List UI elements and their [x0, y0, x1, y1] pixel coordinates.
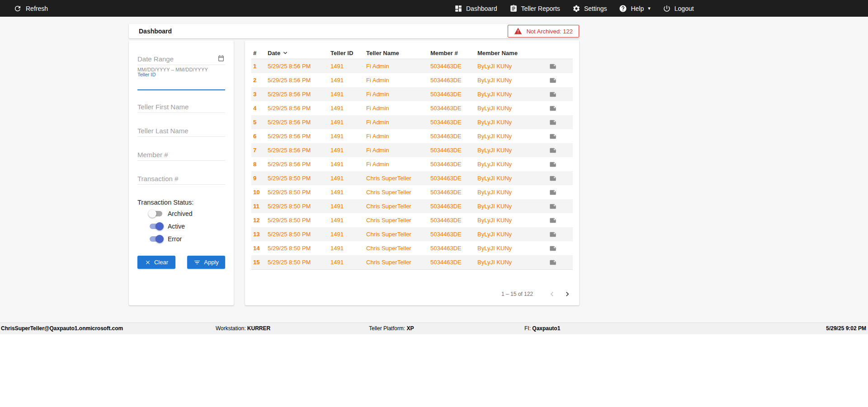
- table-row[interactable]: 15/29/25 8:56 PM1491Fi Admin5034463DEByL…: [251, 59, 573, 73]
- cell-teller-id: 1491: [329, 231, 364, 238]
- filter-panel: MM/DD/YYYY – MM/DD/YYYY Teller ID Transa…: [129, 41, 234, 305]
- table-row[interactable]: 55/29/25 8:56 PM1491Fi Admin5034463DEByL…: [251, 115, 573, 129]
- cell-teller-name: Chris SuperTeller: [364, 217, 429, 224]
- column-header-date[interactable]: Date: [266, 49, 329, 56]
- workstation-info: Workstation: KURRER: [216, 323, 270, 334]
- table-header: # Date Teller ID Teller Name Member # Me…: [251, 47, 573, 59]
- clear-button[interactable]: Clear: [137, 256, 175, 269]
- table-row[interactable]: 125/29/25 8:50 PM1491Chris SuperTeller50…: [251, 213, 573, 227]
- table-row[interactable]: 105/29/25 8:50 PM1491Chris SuperTeller50…: [251, 185, 573, 199]
- cell-teller-name: Fi Admin: [364, 147, 429, 154]
- chevron-right-icon: [563, 290, 572, 299]
- teller-first-name-input[interactable]: [137, 101, 225, 113]
- note-icon[interactable]: [549, 245, 557, 252]
- table-row[interactable]: 135/29/25 8:50 PM1491Chris SuperTeller50…: [251, 227, 573, 241]
- note-icon[interactable]: [549, 231, 557, 238]
- cell-note: [547, 245, 573, 252]
- next-page-button[interactable]: [562, 289, 573, 299]
- cell-member-number: 5034463DE: [429, 161, 476, 168]
- reports-icon: [509, 5, 518, 13]
- cell-teller-name: Chris SuperTeller: [364, 245, 429, 252]
- cell-member-number: 5034463DE: [429, 245, 476, 252]
- previous-page-button[interactable]: [547, 289, 557, 299]
- note-icon[interactable]: [549, 105, 557, 112]
- table-row[interactable]: 115/29/25 8:50 PM1491Chris SuperTeller50…: [251, 199, 573, 213]
- not-archived-badge[interactable]: Not Archived: 122: [508, 25, 579, 37]
- cell-teller-id: 1491: [329, 203, 364, 210]
- cell-teller-id: 1491: [329, 245, 364, 252]
- column-header-member-name[interactable]: Member Name: [476, 50, 547, 56]
- note-icon[interactable]: [549, 119, 557, 126]
- table-row[interactable]: 25/29/25 8:56 PM1491Fi Admin5034463DEByL…: [251, 73, 573, 87]
- top-navigation-bar: Refresh Dashboard Teller Reports Setting…: [0, 0, 868, 17]
- cell-note: [547, 231, 573, 238]
- column-header-teller-id[interactable]: Teller ID: [329, 50, 364, 56]
- apply-button[interactable]: Apply: [187, 256, 225, 269]
- table-row[interactable]: 75/29/25 8:56 PM1491Fi Admin5034463DEByL…: [251, 143, 573, 157]
- note-icon[interactable]: [549, 259, 557, 266]
- table-row[interactable]: 155/29/25 8:50 PM1491Chris SuperTeller50…: [251, 255, 573, 269]
- member-number-input[interactable]: [137, 149, 225, 161]
- cell-date: 5/29/25 8:56 PM: [266, 105, 329, 112]
- note-icon[interactable]: [549, 203, 557, 210]
- toggle-active[interactable]: [149, 222, 163, 230]
- note-icon[interactable]: [549, 77, 557, 84]
- column-header-member-number[interactable]: Member #: [429, 50, 476, 56]
- table-row[interactable]: 35/29/25 8:56 PM1491Fi Admin5034463DEByL…: [251, 87, 573, 101]
- note-icon[interactable]: [549, 217, 557, 224]
- toggle-error[interactable]: [149, 235, 163, 243]
- nav-settings[interactable]: Settings: [572, 5, 607, 13]
- toggle-label: Error: [168, 235, 182, 243]
- cell-teller-id: 1491: [329, 77, 364, 84]
- row-number: 12: [251, 217, 266, 224]
- teller-last-name-field-wrap: [137, 125, 225, 137]
- date-range-input[interactable]: [137, 53, 225, 65]
- nav-logout[interactable]: Logout: [663, 5, 694, 13]
- main-content: Dashboard Not Archived: 122 MM/DD/YYYY –…: [0, 17, 868, 323]
- refresh-button[interactable]: Refresh: [14, 0, 48, 17]
- cell-member-number: 5034463DE: [429, 119, 476, 126]
- nav-dashboard-label: Dashboard: [466, 5, 497, 12]
- fi-label: FI:: [524, 325, 531, 332]
- note-icon[interactable]: [549, 63, 557, 70]
- row-number: 6: [251, 133, 266, 140]
- note-icon[interactable]: [549, 147, 557, 154]
- note-icon[interactable]: [549, 175, 557, 182]
- note-icon[interactable]: [549, 161, 557, 168]
- note-icon[interactable]: [549, 91, 557, 98]
- note-icon[interactable]: [549, 133, 557, 140]
- cell-member-number: 5034463DE: [429, 133, 476, 140]
- column-header-number[interactable]: #: [251, 50, 266, 56]
- page-header: Dashboard Not Archived: 122: [129, 24, 579, 38]
- nav-teller-reports[interactable]: Teller Reports: [509, 5, 560, 13]
- teller-first-name-field-wrap: [137, 101, 225, 113]
- cell-member-number: 5034463DE: [429, 63, 476, 70]
- table-row[interactable]: 45/29/25 8:56 PM1491Fi Admin5034463DEByL…: [251, 101, 573, 115]
- cell-member-number: 5034463DE: [429, 147, 476, 154]
- chevron-left-icon: [547, 290, 557, 299]
- table-row[interactable]: 95/29/25 8:50 PM1491Chris SuperTeller503…: [251, 171, 573, 185]
- nav-dashboard[interactable]: Dashboard: [454, 5, 497, 13]
- current-datetime: 5/29/25 9:02 PM: [826, 323, 866, 334]
- cell-teller-name: Fi Admin: [364, 161, 429, 168]
- table-row[interactable]: 65/29/25 8:56 PM1491Fi Admin5034463DEByL…: [251, 129, 573, 143]
- table-row[interactable]: 85/29/25 8:56 PM1491Fi Admin5034463DEByL…: [251, 157, 573, 171]
- row-number: 14: [251, 245, 266, 252]
- transaction-number-input[interactable]: [137, 173, 225, 185]
- filter-icon: [193, 259, 201, 266]
- toggle-archived[interactable]: [149, 210, 163, 218]
- cell-member-number: 5034463DE: [429, 203, 476, 210]
- calendar-icon[interactable]: [217, 55, 225, 62]
- column-header-teller-name[interactable]: Teller Name: [364, 50, 429, 56]
- cell-note: [547, 203, 573, 210]
- teller-id-input[interactable]: [137, 78, 225, 90]
- cell-member-number: 5034463DE: [429, 189, 476, 196]
- status-footer: ChrisSuperTeller@Qaxpauto1.onmicrosoft.c…: [0, 323, 868, 334]
- toggle-row: Archived: [149, 210, 192, 218]
- table-row[interactable]: 145/29/25 8:50 PM1491Chris SuperTeller50…: [251, 241, 573, 255]
- nav-help[interactable]: Help ▾: [619, 5, 650, 13]
- row-number: 8: [251, 161, 266, 168]
- note-icon[interactable]: [549, 189, 557, 196]
- teller-last-name-input[interactable]: [137, 125, 225, 137]
- cell-note: [547, 63, 573, 70]
